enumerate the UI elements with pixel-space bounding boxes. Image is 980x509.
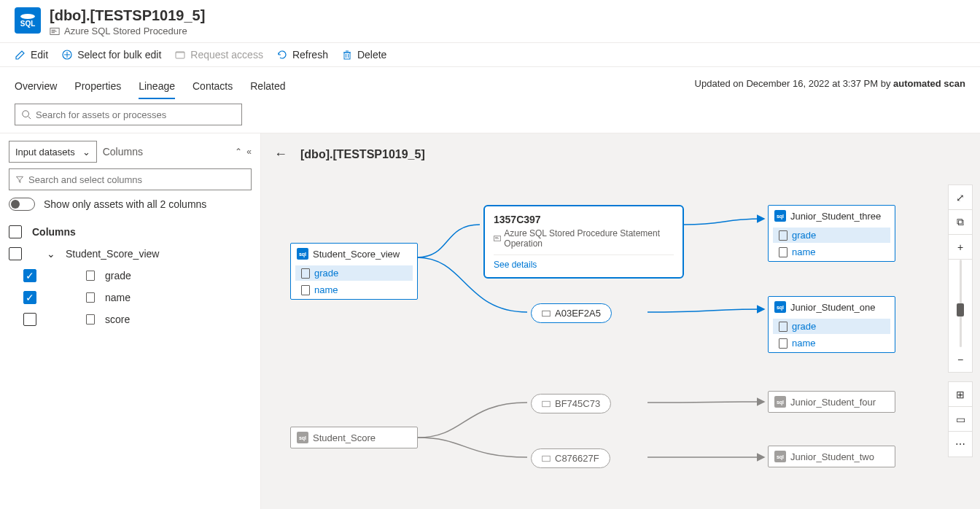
page-title: [dbo].[TESTSP1019_5] — [50, 7, 205, 24]
tab-lineage[interactable]: Lineage — [139, 73, 175, 99]
delete-button[interactable]: Delete — [341, 49, 386, 61]
column-search-input[interactable] — [28, 174, 245, 185]
svg-rect-20 — [542, 456, 551, 462]
sidebar: Input datasets ⌄ Columns ⌃ « Show only a… — [0, 133, 261, 509]
svg-rect-18 — [542, 311, 551, 316]
column-grade[interactable]: grade — [773, 228, 890, 243]
updated-text: Updated on December 16, 2022 at 3:37 PM … — [695, 78, 965, 89]
pill-c876627f[interactable]: C876627F — [531, 448, 610, 468]
column-name-row[interactable]: ✓ name — [9, 287, 252, 308]
sql-icon: sql — [297, 248, 308, 260]
column-score-row[interactable]: score — [9, 308, 252, 330]
filter-icon — [15, 175, 24, 184]
column-name[interactable]: name — [773, 244, 890, 260]
page-header: SQL [dbo].[TESTSP1019_5] Azure SQL Store… — [0, 0, 980, 42]
sql-icon: sql — [774, 301, 786, 313]
sql-icon: sql — [774, 210, 786, 222]
svg-rect-19 — [542, 401, 551, 407]
search-assets-input[interactable] — [36, 109, 236, 120]
svg-point-13 — [23, 111, 29, 117]
select-bulk-button[interactable]: Select for bulk edit — [61, 49, 161, 61]
see-details-link[interactable]: See details — [494, 254, 674, 270]
edit-button[interactable]: Edit — [15, 49, 48, 61]
chevron-down-icon: ⌄ — [82, 147, 90, 158]
columns-checkbox[interactable] — [9, 225, 22, 238]
layout-button[interactable]: ⊞ — [949, 382, 972, 407]
chevron-down-icon[interactable]: ⌄ — [47, 248, 55, 260]
svg-rect-8 — [344, 53, 350, 59]
node-procedure[interactable]: 1357C397 Azure SQL Stored Procedure Stat… — [483, 205, 684, 279]
columns-header-row: Columns — [9, 221, 252, 243]
request-access-button: Request access — [174, 49, 263, 61]
tab-overview[interactable]: Overview — [15, 73, 57, 99]
sql-icon: sql — [774, 396, 786, 408]
column-name[interactable]: name — [773, 335, 890, 351]
fit-button[interactable]: ⧉ — [949, 210, 972, 235]
refresh-button[interactable]: Refresh — [276, 49, 328, 61]
show-only-toggle[interactable] — [9, 198, 35, 211]
zoom-out-button[interactable]: − — [949, 347, 972, 372]
collapse-left-icon[interactable]: « — [246, 147, 252, 157]
tab-contacts[interactable]: Contacts — [192, 73, 233, 99]
sql-icon: sql — [297, 432, 308, 443]
node-junior-student-four[interactable]: sqlJunior_Student_four — [768, 391, 895, 413]
node-student-score-view[interactable]: sqlStudent_Score_view grade name — [290, 243, 418, 300]
zoom-slider[interactable] — [949, 260, 972, 347]
fullscreen-button[interactable]: ⤢ — [949, 185, 972, 210]
node-junior-student-one[interactable]: sqlJunior_Student_one grade name — [768, 296, 895, 353]
search-assets[interactable] — [15, 104, 242, 125]
tab-related[interactable]: Related — [250, 73, 285, 99]
columns-label: Columns — [103, 146, 230, 158]
proc-subtitle: Azure SQL Stored Procedure Statement Ope… — [494, 228, 674, 249]
dataset-dropdown[interactable]: Input datasets ⌄ — [9, 141, 97, 163]
procedure-icon — [50, 26, 60, 36]
more-button[interactable]: ⋯ — [949, 432, 972, 456]
column-icon — [86, 314, 95, 325]
tabs: Overview Properties Lineage Contacts Rel… — [15, 67, 286, 99]
collapse-up-icon[interactable]: ⌃ — [235, 147, 242, 157]
page-subtitle: Azure SQL Stored Procedure — [50, 26, 205, 36]
score-checkbox[interactable] — [23, 313, 36, 326]
toggle-label: Show only assets with all 2 columns — [44, 198, 206, 210]
column-icon — [86, 271, 95, 281]
column-name[interactable]: name — [295, 282, 413, 298]
node-junior-student-two[interactable]: sqlJunior_Student_two — [768, 446, 895, 467]
view-controls: ⊞ ▭ ⋯ — [948, 381, 973, 457]
tab-properties[interactable]: Properties — [74, 73, 121, 99]
column-search[interactable] — [9, 168, 252, 190]
dataset-row[interactable]: ⌄ Student_Score_view — [9, 243, 252, 265]
column-grade-row[interactable]: ✓ grade — [9, 265, 252, 287]
pill-bf745c73[interactable]: BF745C73 — [531, 394, 611, 413]
zoom-controls: ⤢ ⧉ + − — [948, 184, 973, 373]
node-student-score[interactable]: sqlStudent_Score — [290, 427, 418, 448]
svg-line-14 — [28, 117, 31, 120]
lineage-canvas[interactable]: ← [dbo].[TESTSP1019_5] sqlStudent_Score_… — [261, 133, 980, 509]
search-icon — [21, 109, 31, 120]
sql-icon: SQL — [15, 7, 41, 34]
minimap-button[interactable]: ▭ — [949, 407, 972, 432]
dataset-checkbox[interactable] — [9, 247, 22, 260]
column-grade[interactable]: grade — [773, 319, 890, 334]
sql-icon: sql — [774, 451, 786, 462]
name-checkbox[interactable]: ✓ — [23, 291, 36, 304]
node-junior-student-three[interactable]: sqlJunior_Student_three grade name — [768, 205, 895, 262]
zoom-in-button[interactable]: + — [949, 235, 972, 260]
column-grade[interactable]: grade — [295, 265, 413, 281]
toolbar: Edit Select for bulk edit Request access… — [0, 42, 980, 67]
proc-name: 1357C397 — [494, 214, 674, 225]
column-icon — [86, 292, 95, 303]
grade-checkbox[interactable]: ✓ — [23, 269, 36, 282]
pill-a03ef2a5[interactable]: A03EF2A5 — [531, 303, 612, 323]
